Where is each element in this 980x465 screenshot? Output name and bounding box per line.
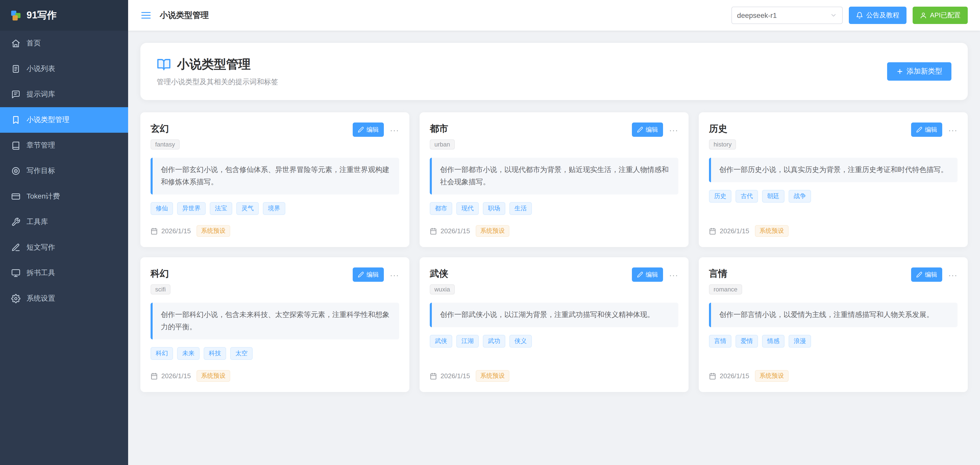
tag: 灵气 xyxy=(236,202,259,215)
more-button[interactable]: ··· xyxy=(390,271,399,279)
tag-list: 都市现代职场生活 xyxy=(430,202,678,215)
plus-icon xyxy=(896,68,904,75)
tag: 现代 xyxy=(456,202,479,215)
card-date: 2026/1/15 xyxy=(441,227,470,235)
model-select-value: deepseek-r1 xyxy=(737,11,777,19)
edit-icon xyxy=(637,272,643,278)
status-badge: 系统预设 xyxy=(197,225,230,237)
page-header-left: 小说类型管理 管理小说类型及其相关的提示词和标签 xyxy=(157,56,278,87)
page-title: 小说类型管理 xyxy=(160,10,209,21)
card-date: 2026/1/15 xyxy=(441,372,470,380)
more-button[interactable]: ··· xyxy=(948,126,958,134)
edit-icon xyxy=(916,272,922,278)
tag: 战争 xyxy=(789,190,811,203)
card-title: 玄幻 xyxy=(151,123,169,135)
book-tool-icon xyxy=(11,269,21,278)
novel-type-card: 科幻 scifi 编辑 ··· 创作一部科幻小说，包含未来科技、太空探索等元素，… xyxy=(140,257,409,392)
novel-type-card: 历史 history 编辑 ··· 创作一部历史小说，以真实历史为背景，注重历史… xyxy=(699,112,968,247)
card-footer: 2026/1/15 系统预设 xyxy=(151,361,399,382)
main-area: 小说类型管理 deepseek-r1 公告及教程 xyxy=(128,0,980,465)
chapter-icon xyxy=(11,141,21,150)
sidebar-item-goal[interactable]: 写作目标 xyxy=(0,158,128,184)
add-type-button[interactable]: 添加新类型 xyxy=(887,62,951,81)
novel-type-card: 都市 urban 编辑 ··· 创作一部都市小说，以现代都市为背景，贴近现实生活… xyxy=(420,112,689,247)
tag: 境界 xyxy=(263,202,285,215)
sidebar-item-short-writing[interactable]: 短文写作 xyxy=(0,235,128,260)
calendar-icon xyxy=(430,373,437,379)
announcement-icon xyxy=(856,12,863,19)
more-button[interactable]: ··· xyxy=(390,126,399,134)
card-title: 历史 xyxy=(709,123,727,135)
card-head-left: 武侠 wuxia xyxy=(430,268,455,295)
sidebar-item-tools[interactable]: 工具库 xyxy=(0,209,128,235)
card-head-left: 都市 urban xyxy=(430,123,455,150)
card-head-left: 科幻 scifi xyxy=(151,268,170,295)
announcement-button[interactable]: 公告及教程 xyxy=(849,6,907,24)
sidebar-item-label: 短文写作 xyxy=(27,243,55,252)
more-button[interactable]: ··· xyxy=(669,271,678,279)
app-logo[interactable]: 91写作 xyxy=(0,0,128,30)
user-icon xyxy=(920,12,927,19)
more-button[interactable]: ··· xyxy=(948,271,958,279)
sidebar-item-settings[interactable]: 系统设置 xyxy=(0,286,128,311)
edit-button[interactable]: 编辑 xyxy=(632,268,663,282)
more-button[interactable]: ··· xyxy=(669,126,678,134)
tag: 太空 xyxy=(230,347,253,360)
chevron-down-icon xyxy=(830,12,837,19)
edit-button-label: 编辑 xyxy=(366,125,379,134)
novel-type-card: 言情 romance 编辑 ··· 创作一部言情小说，以爱情为主线，注重情感描写… xyxy=(699,257,968,392)
sidebar-item-book-tool[interactable]: 拆书工具 xyxy=(0,260,128,286)
status-badge: 系统预设 xyxy=(476,370,509,382)
api-status-button[interactable]: API已配置 xyxy=(913,6,968,24)
sidebar-item-novel-type[interactable]: 小说类型管理 xyxy=(0,107,128,133)
card-actions: 编辑 ··· xyxy=(911,268,958,282)
card-actions: 编辑 ··· xyxy=(353,123,399,137)
sidebar-item-chapter[interactable]: 章节管理 xyxy=(0,133,128,158)
card-title: 科幻 xyxy=(151,268,169,280)
card-title: 武侠 xyxy=(430,268,448,280)
edit-button[interactable]: 编辑 xyxy=(911,268,942,282)
sidebar-item-novel-list[interactable]: 小说列表 xyxy=(0,56,128,82)
card-actions: 编辑 ··· xyxy=(353,268,399,282)
status-badge: 系统预设 xyxy=(197,370,230,382)
card-prompt: 创作一部历史小说，以真实历史为背景，注重历史考证和时代特色描写。 xyxy=(709,158,958,182)
prompt-library-icon xyxy=(11,90,21,99)
status-badge: 系统预设 xyxy=(755,370,789,382)
tag: 职场 xyxy=(483,202,505,215)
sidebar-item-label: 写作目标 xyxy=(27,166,55,175)
edit-button[interactable]: 编辑 xyxy=(632,123,663,137)
edit-icon xyxy=(637,127,643,133)
card-head-left: 言情 romance xyxy=(709,268,742,295)
topbar-controls: deepseek-r1 公告及教程 API已配置 xyxy=(732,6,968,24)
tag-list: 武侠江湖武功侠义 xyxy=(430,335,678,347)
tag: 言情 xyxy=(709,335,732,347)
sidebar-item-label: 工具库 xyxy=(27,217,48,227)
status-badge: 系统预设 xyxy=(476,225,509,237)
sidebar-item-label: 提示词库 xyxy=(27,90,55,99)
sidebar-item-prompt-library[interactable]: 提示词库 xyxy=(0,82,128,107)
card-title: 言情 xyxy=(709,268,727,280)
tag: 科技 xyxy=(204,347,226,360)
edit-button[interactable]: 编辑 xyxy=(353,268,384,282)
tag: 法宝 xyxy=(210,202,232,215)
card-head-left: 历史 history xyxy=(709,123,736,150)
sidebar-item-token-billing[interactable]: Token计费 xyxy=(0,184,128,209)
card-footer: 2026/1/15 系统预设 xyxy=(151,216,399,237)
home-icon xyxy=(11,39,21,48)
edit-button[interactable]: 编辑 xyxy=(353,123,384,137)
sidebar-collapse-button[interactable] xyxy=(140,10,151,21)
sidebar-item-home[interactable]: 首页 xyxy=(0,30,128,56)
tools-icon xyxy=(11,217,21,227)
tag: 都市 xyxy=(430,202,452,215)
model-select[interactable]: deepseek-r1 xyxy=(732,6,843,24)
card-head-left: 玄幻 fantasy xyxy=(151,123,180,150)
tag: 异世界 xyxy=(177,202,206,215)
card-actions: 编辑 ··· xyxy=(632,268,678,282)
add-type-button-label: 添加新类型 xyxy=(907,67,942,76)
edit-button[interactable]: 编辑 xyxy=(911,123,942,137)
card-date: 2026/1/15 xyxy=(720,227,749,235)
short-writing-icon xyxy=(11,243,21,252)
sidebar-item-label: 首页 xyxy=(27,39,41,48)
card-date: 2026/1/15 xyxy=(720,372,749,380)
content: 小说类型管理 管理小说类型及其相关的提示词和标签 添加新类型 玄幻 fantas… xyxy=(128,30,980,465)
